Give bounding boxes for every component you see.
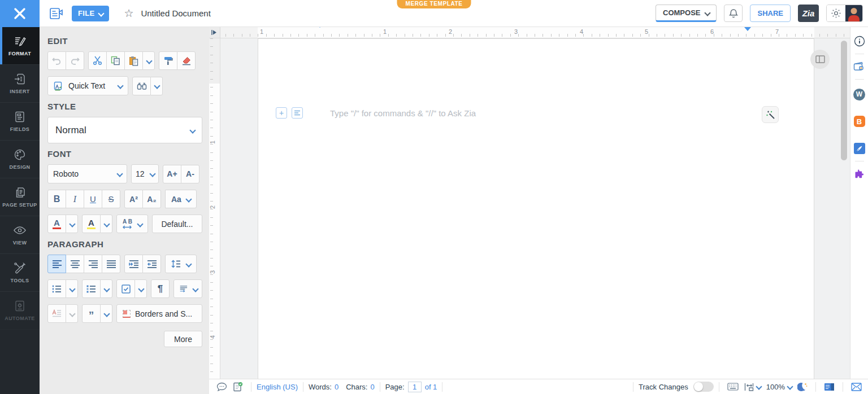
more-button[interactable]: More xyxy=(164,331,202,347)
comments-button[interactable] xyxy=(214,382,230,392)
signature-panel-button[interactable] xyxy=(853,142,866,155)
nav-item-tools[interactable]: TOOLS xyxy=(0,254,40,292)
app-logo[interactable] xyxy=(0,0,40,27)
vertical-scrollbar[interactable] xyxy=(841,41,847,160)
share-label: SHARE xyxy=(757,9,783,17)
spell-check-button[interactable] xyxy=(230,382,246,392)
strikethrough-button[interactable]: S xyxy=(102,190,120,208)
clear-format-button[interactable] xyxy=(177,51,196,70)
compose-button[interactable]: COMPOSE xyxy=(656,5,717,22)
document-navigator-icon[interactable] xyxy=(49,7,63,20)
italic-button[interactable]: I xyxy=(66,190,84,208)
align-left-button[interactable] xyxy=(47,255,66,273)
clipboard-panel-button[interactable] xyxy=(853,60,866,73)
track-changes-toggle[interactable] xyxy=(693,382,714,392)
format-block-button[interactable] xyxy=(292,107,303,119)
text-direction-button[interactable] xyxy=(173,279,202,298)
font-family-dropdown[interactable]: Roboto xyxy=(47,164,127,183)
horizontal-ruler[interactable]: 1 1 2 3 4 5 6 7 xyxy=(209,27,850,38)
notifications-button[interactable] xyxy=(724,5,743,22)
blogger-icon: B xyxy=(854,116,865,127)
panel-view-button[interactable] xyxy=(821,383,837,391)
nav-item-fields[interactable]: FIELDS xyxy=(0,103,40,141)
user-avatar[interactable] xyxy=(845,5,862,21)
font-size-dropdown[interactable]: 12 xyxy=(131,164,159,183)
binoculars-icon xyxy=(137,82,147,90)
checklist-button[interactable] xyxy=(116,279,135,298)
subscript-button[interactable]: A₂ xyxy=(142,190,161,208)
change-case-button[interactable]: Aa xyxy=(165,190,197,208)
blockquote-button[interactable]: ” xyxy=(82,304,101,323)
envelope-icon xyxy=(851,383,862,391)
tab-stop-selector[interactable] xyxy=(209,27,220,38)
bullet-list-chevron[interactable] xyxy=(66,279,78,298)
paste-options-chevron[interactable] xyxy=(142,51,155,70)
zoom-selector[interactable]: 100% xyxy=(763,383,795,391)
superscript-button[interactable]: A² xyxy=(124,190,143,208)
feedback-button[interactable] xyxy=(848,383,865,391)
vertical-ruler[interactable]: 1 2 3 4 xyxy=(209,38,220,379)
blogger-publish-button[interactable]: B xyxy=(853,115,866,128)
paragraph-style-dropdown[interactable]: Normal xyxy=(47,117,202,143)
bold-button[interactable]: B xyxy=(47,190,66,208)
cut-button[interactable] xyxy=(88,51,107,70)
borders-shading-button[interactable]: Borders and S... xyxy=(116,304,202,323)
highlight-chevron[interactable] xyxy=(100,214,112,233)
side-panel-toggle-button[interactable] xyxy=(810,50,830,69)
bullet-list-button[interactable] xyxy=(47,279,66,298)
align-right-button[interactable] xyxy=(84,255,102,273)
wordpress-publish-button[interactable]: W xyxy=(853,88,866,100)
increase-indent-button[interactable] xyxy=(124,255,143,273)
favorite-star-icon[interactable]: ☆ xyxy=(124,8,133,19)
add-block-button[interactable]: + xyxy=(276,107,287,119)
status-divider xyxy=(303,382,303,392)
quill-pen-icon xyxy=(854,143,865,154)
align-center-button[interactable] xyxy=(66,255,84,273)
paragraph-row-2: ¶ xyxy=(47,279,202,298)
zia-assist-button[interactable] xyxy=(762,106,779,123)
placeholder-row: + Type "/" for commands & "//" to Ask Zi… xyxy=(276,107,476,119)
underline-button[interactable]: U xyxy=(84,190,102,208)
checklist-chevron[interactable] xyxy=(134,279,147,298)
drop-cap-icon xyxy=(52,309,62,318)
numbered-list-chevron[interactable] xyxy=(100,279,112,298)
nav-item-page-setup[interactable]: PAGE SETUP xyxy=(0,178,40,216)
find-replace-button[interactable] xyxy=(132,77,151,95)
share-button[interactable]: SHARE xyxy=(750,5,791,22)
show-formatting-button[interactable]: ¶ xyxy=(151,279,170,298)
settings-button[interactable] xyxy=(827,5,845,21)
grow-font-button[interactable]: A+ xyxy=(163,165,181,183)
quick-text-dropdown[interactable]: Quick Text xyxy=(47,76,128,95)
document-info-button[interactable] xyxy=(853,35,866,47)
justify-button[interactable] xyxy=(102,255,120,273)
nav-item-insert[interactable]: INSERT xyxy=(0,65,40,103)
numbered-list-button[interactable] xyxy=(82,279,101,298)
default-format-button[interactable]: Default... xyxy=(152,214,202,233)
nav-item-design[interactable]: DESIGN xyxy=(0,141,40,178)
document-page[interactable] xyxy=(258,38,814,379)
highlight-color-button[interactable]: A xyxy=(82,214,101,233)
keyboard-shortcuts-button[interactable] xyxy=(724,383,741,391)
format-painter-button[interactable] xyxy=(159,51,177,70)
font-color-chevron[interactable] xyxy=(66,214,78,233)
shrink-font-button[interactable]: A- xyxy=(181,165,199,183)
nav-item-view[interactable]: VIEW xyxy=(0,216,40,254)
zia-button[interactable]: Zia xyxy=(798,5,819,22)
fit-width-button[interactable] xyxy=(741,383,763,391)
file-menu-button[interactable]: FILE xyxy=(72,6,109,21)
find-options-chevron[interactable] xyxy=(150,77,163,95)
extensions-button[interactable] xyxy=(853,168,866,180)
night-mode-button[interactable] xyxy=(795,382,810,392)
nav-item-format[interactable]: FORMAT xyxy=(0,27,40,65)
copy-button[interactable] xyxy=(106,51,125,70)
page-number-input[interactable] xyxy=(408,382,422,392)
font-color-button[interactable]: A xyxy=(47,214,66,233)
document-title[interactable]: Untitled Document xyxy=(141,8,210,18)
blockquote-chevron[interactable] xyxy=(100,304,112,323)
copy-icon xyxy=(111,56,120,65)
language-selector[interactable]: English (US) xyxy=(257,383,298,391)
character-spacing-button[interactable]: A B xyxy=(116,214,148,233)
paste-button[interactable] xyxy=(124,51,143,70)
line-spacing-button[interactable] xyxy=(165,255,197,273)
decrease-indent-button[interactable] xyxy=(142,255,161,273)
